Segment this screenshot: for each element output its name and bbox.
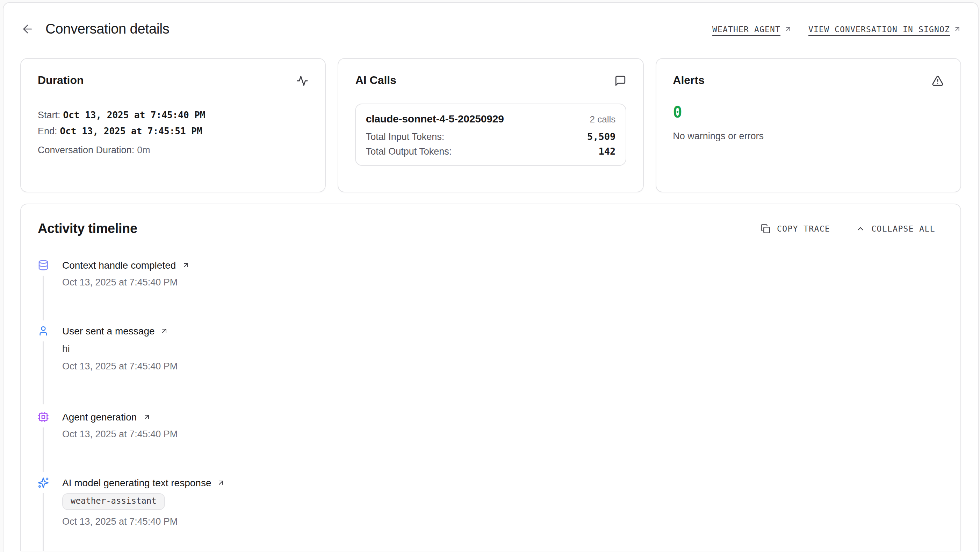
- timeline-item-body: hi: [62, 343, 943, 355]
- arrow-up-right-icon: [953, 25, 961, 33]
- timeline-header: Activity timeline COPY TRACE COLLAPSE AL…: [38, 221, 943, 236]
- database-icon: [38, 260, 49, 271]
- alerts-count: 0: [673, 105, 943, 120]
- conversation-duration-label: Conversation Duration:: [38, 145, 134, 155]
- timeline-item-title: AI model generating text response: [62, 477, 212, 488]
- message-square-icon: [614, 75, 626, 86]
- timeline-actions: COPY TRACE COLLAPSE ALL: [761, 224, 943, 234]
- timeline-item-user-message: User sent a message hi Oct 13, 2025 at 7…: [38, 325, 943, 372]
- start-value: Oct 13, 2025 at 7:45:40 PM: [63, 110, 205, 120]
- ai-calls-card-header: AI Calls: [355, 74, 626, 87]
- duration-card: Duration Start:Oct 13, 2025 at 7:45:40 P…: [20, 58, 326, 192]
- arrow-up-right-icon: [161, 327, 169, 335]
- timeline-title: Activity timeline: [38, 221, 137, 236]
- copy-icon: [761, 224, 771, 234]
- timeline-item-agent-generation: Agent generation Oct 13, 2025 at 7:45:40…: [38, 412, 943, 440]
- end-value: Oct 13, 2025 at 7:45:51 PM: [60, 126, 202, 136]
- header-links: WEATHER AGENT VIEW CONVERSATION IN SIGNO…: [712, 24, 961, 34]
- end-label: End:: [38, 126, 57, 136]
- timeline-item-title-link[interactable]: AI model generating text response: [62, 477, 943, 488]
- weather-agent-link-label: WEATHER AGENT: [712, 24, 780, 34]
- activity-timeline-card: Activity timeline COPY TRACE COLLAPSE AL…: [20, 204, 961, 551]
- user-icon: [38, 325, 49, 337]
- start-label: Start:: [38, 110, 60, 120]
- sparkles-icon: [38, 477, 49, 488]
- app-container: Conversation details WEATHER AGENT VIEW …: [3, 2, 978, 552]
- view-conversation-link-label: VIEW CONVERSATION IN SIGNOZ: [808, 24, 950, 34]
- timeline-item-timestamp: Oct 13, 2025 at 7:45:40 PM: [62, 428, 943, 440]
- model-usage-box: claude-sonnet-4-5-20250929 2 calls Total…: [355, 104, 626, 166]
- copy-trace-label: COPY TRACE: [777, 224, 830, 234]
- page-header: Conversation details WEATHER AGENT VIEW …: [20, 21, 961, 37]
- duration-card-header: Duration: [38, 74, 309, 87]
- timeline-item-badge-row: weather-assistant: [62, 488, 943, 510]
- timeline-item-timestamp: Oct 13, 2025 at 7:45:40 PM: [62, 515, 943, 528]
- output-tokens-value: 142: [599, 145, 616, 157]
- alerts-card-title: Alerts: [673, 74, 705, 87]
- arrow-up-right-icon: [784, 25, 792, 33]
- page-title: Conversation details: [45, 21, 169, 37]
- timeline-item-title-link[interactable]: Context handle completed: [62, 260, 943, 271]
- timeline-item-ai-model-response: AI model generating text response weathe…: [38, 477, 943, 528]
- timeline-item-title-link[interactable]: User sent a message: [62, 325, 943, 337]
- cpu-icon: [38, 412, 49, 423]
- timeline-list: Context handle completed Oct 13, 2025 at…: [38, 260, 943, 528]
- output-tokens-label: Total Output Tokens:: [366, 146, 452, 157]
- end-time-row: End:Oct 13, 2025 at 7:45:51 PM: [38, 124, 309, 139]
- input-tokens-label: Total Input Tokens:: [366, 132, 445, 142]
- duration-card-title: Duration: [38, 74, 84, 87]
- timeline-item-title: Context handle completed: [62, 260, 176, 271]
- alert-triangle-icon: [932, 75, 943, 86]
- input-tokens-value: 5,509: [587, 131, 616, 142]
- agent-name-badge: weather-assistant: [62, 493, 165, 510]
- arrow-up-right-icon: [142, 413, 151, 421]
- stat-cards-row: Duration Start:Oct 13, 2025 at 7:45:40 P…: [20, 58, 961, 192]
- collapse-all-label: COLLAPSE ALL: [871, 224, 935, 234]
- arrow-left-icon: [21, 22, 34, 36]
- start-time-row: Start:Oct 13, 2025 at 7:45:40 PM: [38, 108, 309, 123]
- model-calls-count: 2 calls: [590, 114, 616, 124]
- model-row: claude-sonnet-4-5-20250929 2 calls: [366, 113, 616, 124]
- view-conversation-signoz-link[interactable]: VIEW CONVERSATION IN SIGNOZ: [808, 24, 961, 34]
- output-tokens-row: Total Output Tokens: 142: [366, 145, 616, 157]
- back-button[interactable]: [20, 22, 34, 36]
- timeline-item-context-handle: Context handle completed Oct 13, 2025 at…: [38, 260, 943, 288]
- timeline-item-title: User sent a message: [62, 325, 155, 337]
- collapse-all-button[interactable]: COLLAPSE ALL: [855, 224, 935, 234]
- weather-agent-link[interactable]: WEATHER AGENT: [712, 24, 792, 34]
- ai-calls-card-title: AI Calls: [355, 74, 396, 87]
- page: Conversation details WEATHER AGENT VIEW …: [0, 0, 980, 552]
- chevron-up-icon: [855, 224, 865, 234]
- timeline-item-timestamp: Oct 13, 2025 at 7:45:40 PM: [62, 276, 943, 288]
- arrow-up-right-icon: [217, 479, 226, 487]
- ai-calls-card: AI Calls claude-sonnet-4-5-20250929 2 ca…: [338, 58, 644, 192]
- alerts-card: Alerts 0 No warnings or errors: [655, 58, 961, 192]
- copy-trace-button[interactable]: COPY TRACE: [761, 224, 830, 234]
- activity-icon: [297, 75, 309, 86]
- alerts-card-header: Alerts: [673, 74, 943, 87]
- conversation-duration-row: Conversation Duration:0m: [38, 144, 309, 157]
- conversation-duration-value: 0m: [137, 145, 150, 155]
- input-tokens-row: Total Input Tokens: 5,509: [366, 131, 616, 142]
- timeline-item-title-link[interactable]: Agent generation: [62, 412, 943, 423]
- arrow-up-right-icon: [181, 261, 190, 270]
- alerts-message: No warnings or errors: [673, 131, 943, 141]
- timeline-item-title: Agent generation: [62, 412, 137, 423]
- timeline-item-timestamp: Oct 13, 2025 at 7:45:40 PM: [62, 360, 943, 372]
- duration-card-body: Start:Oct 13, 2025 at 7:45:40 PM End:Oct…: [38, 108, 309, 157]
- model-name: claude-sonnet-4-5-20250929: [366, 113, 504, 124]
